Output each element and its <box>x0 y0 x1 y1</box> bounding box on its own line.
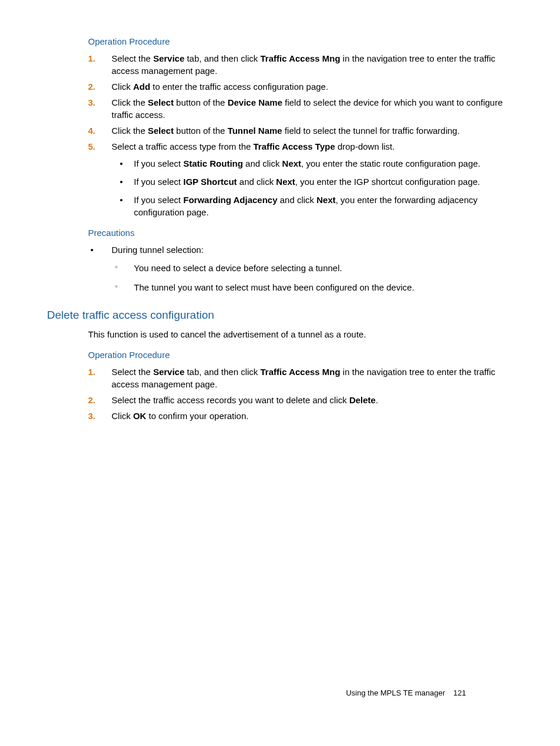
footer-text: Using the MPLS TE manager <box>346 688 445 697</box>
delete-intro: This function is used to cancel the adve… <box>88 328 513 340</box>
steps-list-2: 1. Select the Service tab, and then clic… <box>88 366 513 422</box>
bullet-item: If you select IGP Shortcut and click Nex… <box>112 175 513 188</box>
text: Select the <box>112 53 153 63</box>
text: field to select the tunnel for traffic f… <box>282 126 460 136</box>
bold: Delete <box>349 395 376 405</box>
bold: Forwarding Adjacency <box>183 195 277 205</box>
step-number: 3. <box>88 96 96 109</box>
page-number: 121 <box>453 688 466 697</box>
heading-operation-procedure: Operation Procedure <box>88 35 513 48</box>
heading-delete-section: Delete traffic access configuration <box>47 308 513 323</box>
text: Click <box>112 82 133 92</box>
bold: Static Routing <box>183 158 243 168</box>
step-number: 1. <box>88 52 96 65</box>
text: to confirm your operation. <box>146 411 248 421</box>
step-3: 3. Click OK to confirm your operation. <box>88 410 513 422</box>
bold: Next <box>316 195 336 205</box>
text: . <box>376 395 378 405</box>
heading-operation-procedure-2: Operation Procedure <box>88 349 513 361</box>
text: and click <box>243 158 282 168</box>
bold: OK <box>133 411 147 421</box>
step-4: 4. Click the Select button of the Tunnel… <box>88 124 513 137</box>
text: , you enter the IGP shortcut configurati… <box>295 177 480 187</box>
page-footer: Using the MPLS TE manager121 <box>346 688 466 698</box>
bold: IGP Shortcut <box>183 177 237 187</box>
text: , you enter the static route configurati… <box>301 158 480 168</box>
precautions-list: During tunnel selection: You need to sel… <box>88 244 513 293</box>
bullet-item: If you select Forwarding Adjacency and c… <box>112 194 513 218</box>
text: Click <box>112 411 133 421</box>
steps-list-1: 1. Select the Service tab, and then clic… <box>88 52 513 218</box>
bold: Select <box>148 126 174 136</box>
step-3: 3. Click the Select button of the Device… <box>88 96 513 121</box>
bold: Next <box>276 177 295 187</box>
bold: Traffic Access Mng <box>261 367 340 377</box>
step-1: 1. Select the Service tab, and then clic… <box>88 52 513 77</box>
step-2: 2. Select the traffic access records you… <box>88 394 513 406</box>
bold: Select <box>148 97 174 107</box>
text: You need to select a device before selec… <box>134 263 342 273</box>
step-number: 3. <box>88 410 96 422</box>
text: and click <box>237 177 276 187</box>
bullet-item: During tunnel selection: You need to sel… <box>88 244 513 293</box>
text: drop-down list. <box>335 141 395 151</box>
text: Select a traffic access type from the <box>112 141 254 151</box>
text: button of the <box>174 97 228 107</box>
step-5: 5. Select a traffic access type from the… <box>88 140 513 218</box>
bold: Service <box>153 53 184 63</box>
circle-item: The tunnel you want to select must have … <box>112 281 513 293</box>
bold: Next <box>282 158 302 168</box>
step-number: 1. <box>88 366 96 378</box>
text: If you select <box>134 177 183 187</box>
circle-list: You need to select a device before selec… <box>112 262 513 293</box>
text: tab, and then click <box>184 53 260 63</box>
text: If you select <box>134 195 183 205</box>
bold: Traffic Access Mng <box>261 53 340 63</box>
text: tab, and then click <box>184 367 260 377</box>
circle-item: You need to select a device before selec… <box>112 262 513 274</box>
step-number: 2. <box>88 80 96 93</box>
text: button of the <box>174 126 228 136</box>
step-number: 4. <box>88 124 96 137</box>
text: to enter the traffic access configuratio… <box>150 82 328 92</box>
text: Select the <box>112 367 153 377</box>
step-2: 2. Click Add to enter the traffic access… <box>88 80 513 93</box>
bold: Add <box>133 82 150 92</box>
step-1: 1. Select the Service tab, and then clic… <box>88 366 513 390</box>
heading-precautions: Precautions <box>88 227 513 239</box>
bold: Tunnel Name <box>228 126 282 136</box>
bullet-item: If you select Static Routing and click N… <box>112 157 513 170</box>
operation-procedure-1: Operation Procedure 1. Select the Servic… <box>88 35 513 422</box>
page: Operation Procedure 1. Select the Servic… <box>47 35 513 722</box>
text: The tunnel you want to select must have … <box>134 282 414 292</box>
text: and click <box>278 195 317 205</box>
text: Click the <box>112 126 148 136</box>
step-number: 5. <box>88 140 96 153</box>
text: Select the traffic access records you wa… <box>112 395 349 405</box>
bold: Service <box>153 367 184 377</box>
step-number: 2. <box>88 394 96 406</box>
text: Click the <box>112 97 148 107</box>
bold: Traffic Access Type <box>254 141 335 151</box>
sub-bullets: If you select Static Routing and click N… <box>112 157 513 218</box>
text: During tunnel selection: <box>112 245 204 255</box>
text: If you select <box>134 158 183 168</box>
bold: Device Name <box>228 97 282 107</box>
